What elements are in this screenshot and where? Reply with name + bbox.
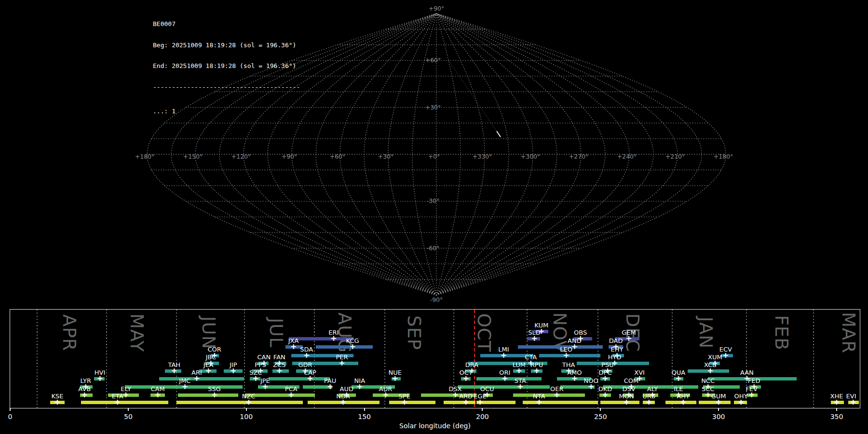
meteor-trail-tip <box>497 131 501 137</box>
x-tick-label: 250 <box>594 413 607 420</box>
shower-peak-marker-jea: + <box>205 367 212 375</box>
shower-bar-spe <box>389 401 435 404</box>
shower-peak-marker-mon: + <box>623 398 629 406</box>
shower-peak-marker-eri: + <box>330 335 337 342</box>
sky-longitude-label: +330° <box>473 153 492 160</box>
shower-peak-marker-oer: + <box>554 391 560 399</box>
shower-peak-marker-tah: + <box>171 367 177 375</box>
shower-bar-gum <box>699 401 731 404</box>
sky-longitude-label: +90° <box>282 153 298 160</box>
x-tick <box>718 408 719 411</box>
shower-peak-marker-noo: + <box>588 383 594 391</box>
shower-peak-marker-ecv: + <box>722 352 729 359</box>
sky-longitude-label: +120° <box>231 153 251 160</box>
x-tick-label: 300 <box>712 413 725 420</box>
shower-peak-marker-ssg: + <box>211 391 217 399</box>
shower-peak-marker-ohy: + <box>738 398 744 406</box>
x-tick-label: 0 <box>8 413 13 420</box>
shower-peak-marker-sda: + <box>303 352 310 359</box>
shower-bar-nta <box>523 401 598 404</box>
meteor-trail <box>449 62 497 131</box>
shower-peak-marker-evi: + <box>850 398 856 406</box>
x-tick <box>10 408 11 411</box>
x-tick-label: 150 <box>358 413 371 420</box>
x-tick-label: 200 <box>476 413 489 420</box>
shower-peak-marker-oct: + <box>462 375 469 382</box>
sky-latitude-label: +30° <box>425 104 441 111</box>
shower-bar-nzc <box>176 401 303 404</box>
month-label-apr: APR <box>59 314 80 351</box>
x-tick-label: 100 <box>240 413 253 420</box>
x-axis-title: Solar longitude (deg) <box>10 422 860 430</box>
sky-map: +180°+150°+120°+90°+60°+30°+0°+330°+300°… <box>0 0 868 309</box>
shower-peak-marker-ahy: + <box>680 398 686 406</box>
x-tick-label: 50 <box>124 413 133 420</box>
x-tick <box>600 408 601 411</box>
month-label-jun: JUN <box>198 316 219 350</box>
shower-peak-marker-dkd: + <box>602 391 608 399</box>
shower-peak-marker-per: + <box>339 359 345 367</box>
month-label-may: MAY <box>126 313 147 352</box>
shower-bar-cap <box>269 377 330 380</box>
sky-longitude-label: +0° <box>428 153 440 160</box>
shower-peak-marker-cam: + <box>154 391 161 399</box>
shower-bar-oer <box>513 393 585 397</box>
shower-peak-marker-lmi: + <box>501 352 507 359</box>
shower-peak-marker-nta: + <box>536 398 542 406</box>
shower-peak-marker-nda: + <box>340 398 346 406</box>
sky-longitude-label: +180° <box>135 153 155 160</box>
x-tick-label: 350 <box>830 413 843 420</box>
shower-peak-marker-jxa: + <box>290 343 297 351</box>
shower-bar-sta <box>458 385 550 389</box>
shower-bar-kcg <box>316 345 373 349</box>
shower-peak-marker-ori: + <box>502 375 508 382</box>
shower-bar-ari <box>159 377 244 380</box>
month-boundary-line <box>597 310 598 408</box>
shower-peak-marker-lum: + <box>516 367 522 375</box>
shower-peak-marker-rpu: + <box>533 367 540 375</box>
shower-peak-marker-jip: + <box>230 367 236 375</box>
x-tick <box>836 408 837 411</box>
sky-longitude-label: +210° <box>665 153 685 160</box>
shower-peak-marker-xcb: + <box>707 367 713 375</box>
shower-peak-marker-jpe: + <box>262 383 268 391</box>
shower-peak-marker-scc: + <box>705 391 711 399</box>
shower-peak-marker-ard: + <box>462 398 469 406</box>
month-boundary-line <box>37 310 38 408</box>
month-label-oct: OCT <box>473 313 494 353</box>
sky-latitude-label: -30° <box>427 197 440 204</box>
shower-peak-marker-spe: + <box>401 398 407 406</box>
shower-peak-marker-ege: + <box>477 398 483 406</box>
shower-peak-marker-kcg: + <box>349 343 355 351</box>
info-block: BE0007 Beg: 20251009 18:19:28 (sol = 196… <box>153 7 300 129</box>
sky-longitude-label: +270° <box>569 153 589 160</box>
shower-peak-marker-nue: + <box>392 375 398 382</box>
x-tick <box>482 408 483 411</box>
month-label-mar: MAR <box>838 312 859 353</box>
x-tick <box>128 408 129 411</box>
shower-peak-marker-avb: + <box>81 391 88 399</box>
activity-timeline-chart: Solar longitude (deg) APRMAYJUNJULAUGSEP… <box>10 309 860 408</box>
radiant-activity-screen: +180°+150°+120°+90°+60°+30°+0°+330°+300°… <box>0 0 868 434</box>
sky-longitude-label: +60° <box>330 153 346 160</box>
shower-peak-marker-pca: + <box>288 391 294 399</box>
shower-peak-marker-kse: + <box>54 398 60 406</box>
month-boundary-line <box>813 310 814 408</box>
shower-bar-ori <box>476 377 542 380</box>
count-line: ...: 1 <box>153 108 300 115</box>
sky-longitude-label: +240° <box>617 153 637 160</box>
shower-bar-ssg <box>178 393 238 397</box>
month-label-jul: JUL <box>265 318 286 348</box>
sky-longitude-label: +180° <box>714 153 733 160</box>
shower-peak-marker-eta: + <box>114 398 121 406</box>
shower-peak-marker-hvi: + <box>96 375 103 382</box>
separator-line: --------------------------------------- <box>153 84 300 91</box>
month-label-feb: FEB <box>771 315 791 350</box>
shower-peak-marker-aur: + <box>382 391 389 399</box>
shower-bar-mon <box>600 401 639 404</box>
shower-peak-marker-leo: + <box>563 352 569 359</box>
month-boundary-line <box>106 310 107 408</box>
shower-peak-marker-zcs: + <box>276 367 283 375</box>
shower-peak-marker-nia: + <box>356 383 363 391</box>
shower-peak-marker-dpc: + <box>602 375 608 382</box>
